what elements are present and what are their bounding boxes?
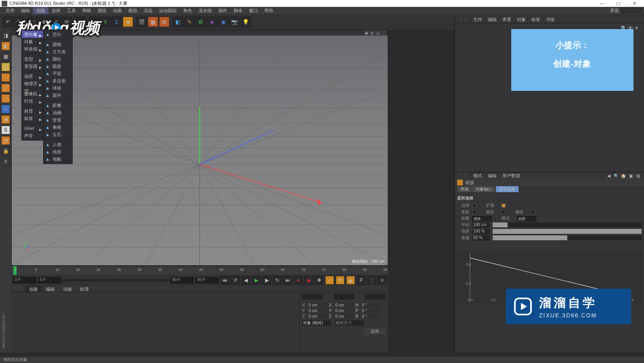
submenu-item-角锥[interactable]: ▲角锥 — [44, 124, 72, 131]
submenu-item-胶囊[interactable]: ▲胶囊 — [44, 102, 72, 109]
workplane-button[interactable]: ◫ — [1, 63, 10, 71]
coord-y-pos[interactable]: 0 cm — [308, 308, 327, 313]
next-key-button[interactable]: ↻ — [273, 276, 282, 285]
coord-size-dd[interactable]: 绝对尺寸 — [335, 320, 364, 326]
layout-dropdown[interactable] — [621, 8, 642, 13]
menu-item-造型[interactable]: 造型▶ — [22, 55, 43, 63]
edit-object-button[interactable]: ◨ — [1, 31, 10, 40]
curve-checkbox[interactable] — [531, 210, 535, 214]
panel-handle-icon[interactable]: ⋮⋮ — [11, 286, 25, 292]
coord-b-rot[interactable]: 0 ° — [361, 314, 381, 319]
layer-button[interactable]: ≡ — [1, 157, 10, 166]
viewport-solo-button[interactable]: ◑ — [1, 115, 10, 124]
create-object-submenu[interactable]: ▲空白▲圆锥▲立方体▲圆柱▲圆盘▲平面▲多边形▲球体▲圆环▲胶囊▲油桶▲管道▲角… — [43, 29, 73, 164]
submenu-item-圆柱[interactable]: ▲圆柱 — [44, 55, 72, 63]
submenu-item-空白[interactable]: ▲空白 — [44, 31, 72, 38]
primitive-cube-button[interactable]: ◧ — [173, 17, 183, 27]
enable-checkbox[interactable] — [473, 204, 477, 208]
weight-dropdown[interactable]: 线性 — [473, 216, 492, 221]
submenu-item-地形[interactable]: ▲地形 — [44, 148, 72, 155]
total-frames-field[interactable]: 90 F — [195, 277, 219, 283]
radius-slider[interactable] — [493, 222, 642, 227]
light-button[interactable]: 💡 — [240, 17, 251, 27]
coord-space-dd[interactable]: 对象 (相对) — [302, 320, 331, 326]
record-button[interactable]: ● — [294, 276, 303, 285]
surface-checkbox[interactable] — [473, 210, 477, 214]
environment-button[interactable]: ◉ — [218, 17, 228, 27]
submenu-item-球体[interactable]: ▲球体 — [44, 84, 72, 92]
close-button[interactable]: ✕ — [626, 0, 642, 7]
attr-lock-button[interactable]: ▤ — [635, 173, 641, 179]
coord-h-rot[interactable]: 0 ° — [361, 303, 381, 307]
prev-key-button[interactable]: ↺ — [231, 276, 240, 285]
menu-窗口[interactable]: 窗口 — [246, 7, 261, 14]
attr-back-button[interactable]: ◀ — [606, 173, 612, 179]
coord-dd-3[interactable] — [365, 294, 386, 300]
menu-流水线[interactable]: 流水线 — [195, 7, 215, 14]
strength-input[interactable]: 100 % — [473, 229, 489, 234]
coord-y-size[interactable]: 0 cm — [335, 308, 354, 313]
current-frame-field[interactable]: 0 F — [38, 277, 61, 283]
menu-插件[interactable]: 插件 — [215, 7, 230, 14]
redo-button[interactable]: ↷ — [14, 17, 24, 27]
scale-tool[interactable]: ⤢ — [50, 17, 61, 27]
menu-网格[interactable]: 网格 — [79, 7, 94, 14]
menu-item-标签[interactable]: 标签▶ — [22, 115, 43, 122]
tab-创建[interactable]: 创建 — [25, 286, 42, 292]
goto-start-button[interactable]: ⏮ — [220, 276, 229, 285]
goto-end-button[interactable]: ⏭ — [283, 276, 292, 285]
render-view-button[interactable]: 🎬 — [136, 17, 147, 27]
key-pos-button[interactable]: ✥ — [315, 276, 324, 285]
attr-home-button[interactable]: 🏠 — [621, 173, 626, 179]
object-manager[interactable]: 🔍 👁 ▾ 小提示： 创建-对象 — [455, 23, 644, 172]
render-settings-button[interactable]: ⚙ — [159, 17, 169, 27]
attr-menu-编辑[interactable]: 编辑 — [488, 173, 497, 179]
menu-item-声音[interactable]: 声音 — [22, 132, 43, 139]
edit-model-button[interactable]: ◧ — [1, 42, 10, 50]
timeline-ruler[interactable]: 051015202530354045505560657075808590 — [11, 266, 388, 275]
autokey-button[interactable]: ◉ — [304, 276, 313, 285]
select-tool[interactable]: ⬚ — [27, 17, 38, 27]
om-menu-标签[interactable]: 标签 — [531, 17, 540, 23]
deformer-button[interactable]: ◈ — [207, 17, 217, 27]
menu-捕捉[interactable]: 捕捉 — [94, 7, 110, 14]
point-mode-button[interactable]: ◦ — [1, 73, 10, 82]
submenu-item-管道[interactable]: ▲管道 — [44, 116, 72, 124]
move-tool[interactable]: ✥ — [39, 17, 49, 27]
coord-dd-2[interactable] — [334, 294, 355, 300]
key-rot-button[interactable]: ⟳ — [336, 276, 345, 285]
submenu-item-圆锥[interactable]: ▲圆锥 — [44, 41, 72, 48]
attr-new-button[interactable]: ▣ — [628, 173, 634, 179]
menu-item-XRef[interactable]: XRef▶ — [22, 125, 43, 132]
attr-tab-惯例[interactable]: 惯例 — [457, 186, 472, 192]
coord-x-pos[interactable]: 0 cm — [308, 303, 327, 307]
undo-button[interactable]: ↶ — [2, 17, 13, 27]
menu-文件[interactable]: 文件 — [2, 7, 18, 14]
edge-mode-button[interactable]: ╱ — [1, 84, 10, 92]
menu-item-灯光[interactable]: 灯光▶ — [22, 97, 43, 105]
axis-y-button[interactable]: Y — [100, 17, 111, 27]
falloff-input[interactable]: 50 % — [473, 235, 489, 241]
tab-编辑[interactable]: 编辑 — [42, 286, 59, 292]
vp-options-icon[interactable]: ⋮ — [381, 31, 385, 35]
menu-模拟[interactable]: 模拟 — [125, 7, 140, 14]
mode-dropdown[interactable]: 全部 — [517, 216, 536, 221]
apply-button[interactable]: 应用 — [364, 328, 386, 335]
key-pla-button[interactable]: P — [357, 276, 366, 285]
quantize-button[interactable]: ◔ — [1, 136, 10, 145]
timeline-menu-button[interactable]: ≡ — [378, 276, 387, 285]
submenu-item-宝石[interactable]: ▲宝石 — [44, 131, 72, 138]
tab-纹理[interactable]: 纹理 — [76, 286, 93, 292]
menu-角色[interactable]: 角色 — [180, 7, 195, 14]
menu-item-摄像机[interactable]: 摄像机▶ — [22, 90, 43, 97]
coord-sys-button[interactable]: ⊕ — [123, 17, 133, 27]
menu-渲染[interactable]: 渲染 — [140, 7, 156, 14]
range-end-field[interactable]: 90 F — [170, 277, 194, 283]
om-menu-查看[interactable]: 查看 — [502, 17, 511, 23]
vp-display-icon[interactable]: ▭ — [376, 31, 380, 35]
submenu-item-立方体[interactable]: ▲立方体 — [44, 48, 72, 55]
attr-menu-模式[interactable]: 模式 — [473, 173, 482, 179]
attr-fwd-button[interactable]: 🔍 — [613, 173, 619, 179]
falloff-slider[interactable] — [493, 235, 642, 240]
axis-mode-button[interactable]: ⊹ — [1, 105, 10, 113]
